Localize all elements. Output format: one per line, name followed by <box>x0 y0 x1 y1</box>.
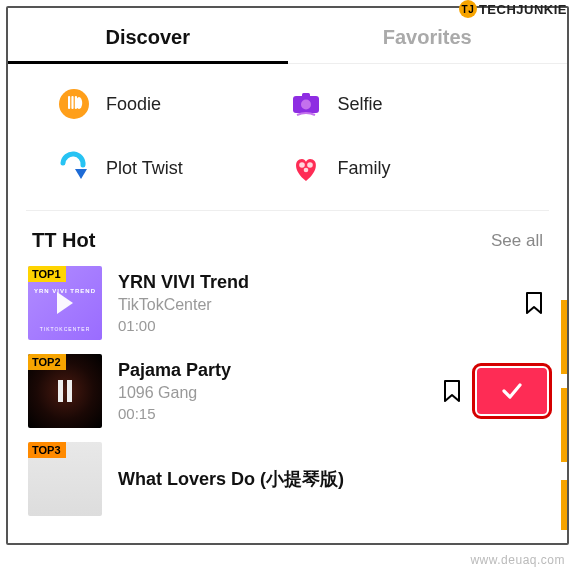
track-actions <box>439 368 547 414</box>
watermark-bottom: www.deuaq.com <box>470 553 565 567</box>
edge-strip <box>561 480 569 530</box>
cover-subtext: TIKTOKCENTER <box>28 326 102 332</box>
track-title: Pajama Party <box>118 360 423 381</box>
rank-badge: TOP1 <box>28 266 66 282</box>
category-label: Foodie <box>106 94 161 115</box>
svg-point-6 <box>301 100 311 110</box>
category-foodie[interactable]: Foodie <box>56 86 288 122</box>
category-plot-twist[interactable]: Plot Twist <box>56 150 288 186</box>
track-row[interactable]: TOP1 YRN VIVI TREND TIKTOKCENTER YRN VIV… <box>28 266 547 340</box>
track-list: TOP1 YRN VIVI TREND TIKTOKCENTER YRN VIV… <box>8 266 567 516</box>
plot-twist-icon <box>56 150 92 186</box>
category-family[interactable]: Family <box>288 150 520 186</box>
svg-point-8 <box>299 162 305 168</box>
svg-point-9 <box>307 162 313 168</box>
category-grid: Foodie Selfie Plot Twist Family <box>26 64 549 211</box>
svg-point-4 <box>76 97 82 109</box>
svg-rect-7 <box>302 93 310 98</box>
select-track-button[interactable] <box>477 368 547 414</box>
track-row[interactable]: TOP2 Pajama Party 1096 Gang 00:15 <box>28 354 547 428</box>
track-title: What Lovers Do (小提琴版) <box>118 467 547 491</box>
rank-badge: TOP2 <box>28 354 66 370</box>
svg-rect-2 <box>71 96 73 109</box>
watermark-top-text: TECHJUNKIE <box>479 2 567 17</box>
tab-discover[interactable]: Discover <box>8 8 288 63</box>
track-actions <box>521 288 547 318</box>
category-label: Family <box>338 158 391 179</box>
track-cover[interactable]: TOP2 <box>28 354 102 428</box>
edge-strip <box>561 300 569 374</box>
bookmark-button[interactable] <box>439 376 465 406</box>
checkmark-icon <box>499 378 525 404</box>
edge-strip <box>561 388 569 462</box>
see-all-link[interactable]: See all <box>491 231 543 251</box>
track-artist: 1096 Gang <box>118 384 423 402</box>
foodie-icon <box>56 86 92 122</box>
track-meta: Pajama Party 1096 Gang 00:15 <box>118 360 423 422</box>
pause-icon <box>58 380 72 402</box>
track-row[interactable]: TOP3 What Lovers Do (小提琴版) <box>28 442 547 516</box>
svg-rect-1 <box>68 96 70 109</box>
section-title: TT Hot <box>32 229 95 252</box>
track-title: YRN VIVI Trend <box>118 272 505 293</box>
track-meta: What Lovers Do (小提琴版) <box>118 467 547 491</box>
bookmark-button[interactable] <box>521 288 547 318</box>
track-cover[interactable]: TOP3 <box>28 442 102 516</box>
app-frame: Discover Favorites Foodie Selfie Plot Tw… <box>6 6 569 545</box>
svg-point-10 <box>303 168 308 173</box>
selfie-icon <box>288 86 324 122</box>
rank-badge: TOP3 <box>28 442 66 458</box>
track-cover[interactable]: TOP1 YRN VIVI TREND TIKTOKCENTER <box>28 266 102 340</box>
watermark-techjunkie: TJ TECHJUNKIE <box>459 0 567 18</box>
family-icon <box>288 150 324 186</box>
play-icon <box>57 292 73 314</box>
track-duration: 01:00 <box>118 317 505 334</box>
track-meta: YRN VIVI Trend TikTokCenter 01:00 <box>118 272 505 334</box>
category-label: Plot Twist <box>106 158 183 179</box>
section-header: TT Hot See all <box>8 211 567 266</box>
category-label: Selfie <box>338 94 383 115</box>
svg-point-0 <box>59 89 89 119</box>
techjunkie-logo-icon: TJ <box>459 0 477 18</box>
track-duration: 00:15 <box>118 405 423 422</box>
track-artist: TikTokCenter <box>118 296 505 314</box>
category-selfie[interactable]: Selfie <box>288 86 520 122</box>
